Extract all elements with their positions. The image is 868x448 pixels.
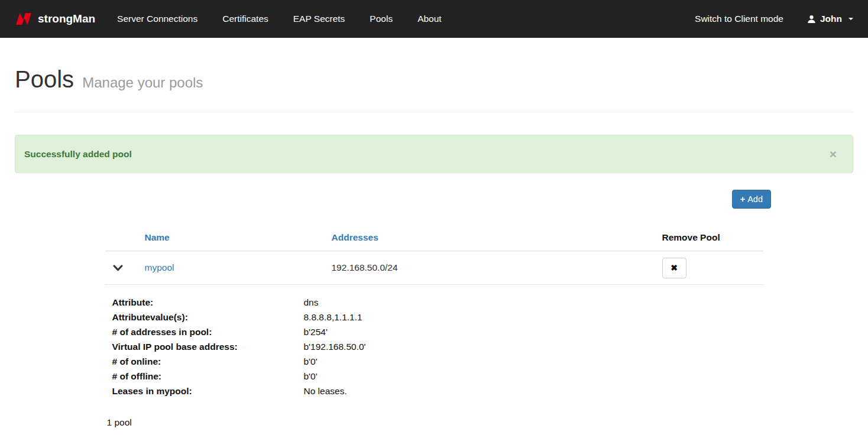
detail-value: No leases. bbox=[304, 384, 763, 398]
detail-value: dns bbox=[304, 295, 763, 310]
pool-details: Attribute: dns Attributevalue(s): 8.8.8.… bbox=[105, 295, 763, 398]
nav-menu: Server Connections Certificates EAP Secr… bbox=[105, 14, 454, 24]
detail-label: Attributevalue(s): bbox=[112, 310, 304, 324]
user-name: John bbox=[820, 14, 842, 24]
detail-value: b'0' bbox=[304, 354, 763, 369]
detail-value: b'254' bbox=[304, 324, 763, 339]
column-header-remove-pool: Remove Pool bbox=[662, 232, 763, 243]
success-alert: Successfully added pool × bbox=[15, 135, 853, 173]
brand-label: strongMan bbox=[38, 12, 95, 25]
pool-name-link[interactable]: mypool bbox=[145, 262, 332, 273]
header-divider bbox=[15, 112, 853, 112]
toolbar: +Add bbox=[97, 190, 771, 209]
detail-row-base-address: Virtual IP pool base address: b'192.168.… bbox=[105, 339, 763, 354]
brand-link[interactable]: strongMan bbox=[15, 12, 95, 26]
remove-pool-button[interactable]: ✖ bbox=[662, 258, 686, 278]
table-header-row: Name Addresses Remove Pool bbox=[105, 224, 763, 251]
navbar-right: Switch to Client mode John bbox=[695, 14, 853, 24]
detail-label: # of addresses in pool: bbox=[112, 324, 304, 339]
navbar: strongMan Server Connections Certificate… bbox=[0, 0, 868, 38]
pool-addresses: 192.168.50.0/24 bbox=[332, 262, 662, 273]
pool-count: 1 pool bbox=[105, 417, 763, 428]
detail-value: b'192.168.50.0' bbox=[304, 339, 763, 354]
chevron-down-icon bbox=[113, 265, 123, 271]
switch-client-mode-link[interactable]: Switch to Client mode bbox=[695, 14, 783, 24]
detail-row-attributevalues: Attributevalue(s): 8.8.8.8,1.1.1.1 bbox=[105, 310, 763, 324]
detail-value: b'0' bbox=[304, 369, 763, 384]
detail-value: 8.8.8.8,1.1.1.1 bbox=[304, 310, 763, 324]
alert-message: Successfully added pool bbox=[24, 149, 132, 160]
nav-item-about[interactable]: About bbox=[405, 14, 454, 24]
detail-label: # of online: bbox=[112, 354, 304, 369]
page-title: Pools bbox=[15, 66, 74, 92]
column-header-name[interactable]: Name bbox=[145, 232, 332, 243]
detail-row-address-count: # of addresses in pool: b'254' bbox=[105, 324, 763, 339]
expand-toggle[interactable] bbox=[105, 265, 145, 271]
detail-row-offline: # of offline: b'0' bbox=[105, 369, 763, 384]
close-icon[interactable]: × bbox=[830, 148, 837, 160]
add-button-label: Add bbox=[747, 194, 763, 204]
detail-row-leases: Leases in mypool: No leases. bbox=[105, 384, 763, 398]
detail-label: Attribute: bbox=[112, 295, 304, 310]
nav-item-certificates[interactable]: Certificates bbox=[210, 14, 281, 24]
page-subtitle: Manage your pools bbox=[82, 74, 203, 90]
detail-row-online: # of online: b'0' bbox=[105, 354, 763, 369]
remove-icon: ✖ bbox=[671, 263, 678, 272]
user-icon bbox=[807, 15, 816, 24]
page-header: Pools Manage your pools bbox=[15, 66, 853, 93]
detail-label: # of offline: bbox=[112, 369, 304, 384]
add-pool-button[interactable]: +Add bbox=[732, 190, 771, 209]
detail-row-attribute: Attribute: dns bbox=[105, 295, 763, 310]
pool-table: Name Addresses Remove Pool mypool 192.16… bbox=[105, 224, 763, 428]
nav-item-eap-secrets[interactable]: EAP Secrets bbox=[281, 14, 358, 24]
column-header-addresses[interactable]: Addresses bbox=[332, 232, 662, 243]
caret-down-icon bbox=[848, 18, 853, 20]
nav-item-pools[interactable]: Pools bbox=[357, 14, 405, 24]
nav-item-server-connections[interactable]: Server Connections bbox=[105, 14, 210, 24]
strongman-logo-icon bbox=[15, 12, 33, 26]
plus-icon: + bbox=[740, 194, 745, 204]
detail-label: Virtual IP pool base address: bbox=[112, 339, 304, 354]
detail-label: Leases in mypool: bbox=[112, 384, 304, 398]
table-row: mypool 192.168.50.0/24 ✖ bbox=[105, 251, 763, 285]
user-menu[interactable]: John bbox=[807, 14, 853, 24]
